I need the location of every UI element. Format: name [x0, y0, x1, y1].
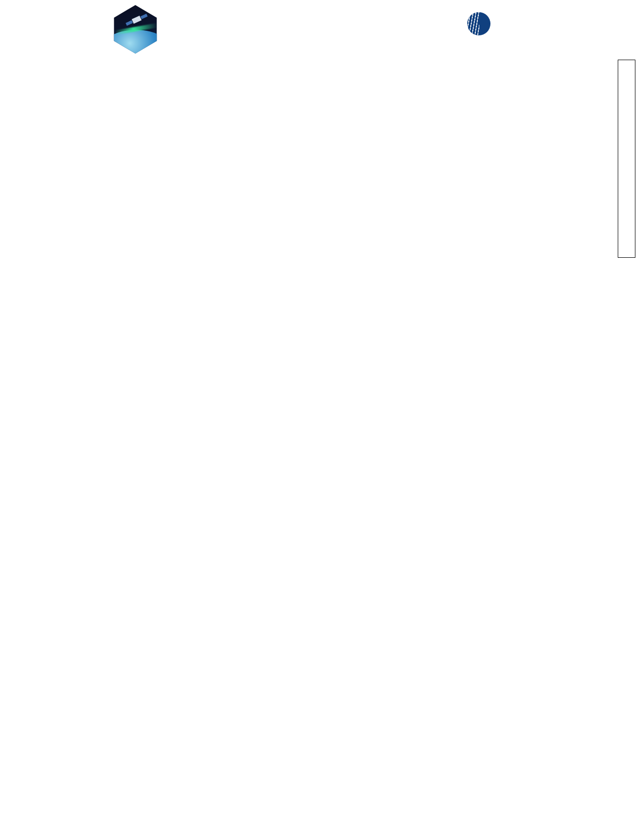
colorbar [618, 60, 635, 258]
model-measured-canvas [84, 422, 589, 503]
total-field-canvas [84, 303, 589, 384]
outboard-spectrogram-canvas [84, 66, 589, 150]
satellite-icon [132, 16, 142, 24]
voltage-canvas [84, 657, 589, 741]
esa-globe-stripes [467, 12, 479, 35]
esa-logo [467, 12, 493, 35]
quicklook-figure [0, 0, 644, 834]
temperature-canvas [84, 526, 589, 619]
inboard-spectrogram-canvas [84, 184, 589, 268]
cassiope-mission-patch [112, 5, 159, 54]
esa-globe-icon [467, 12, 490, 35]
